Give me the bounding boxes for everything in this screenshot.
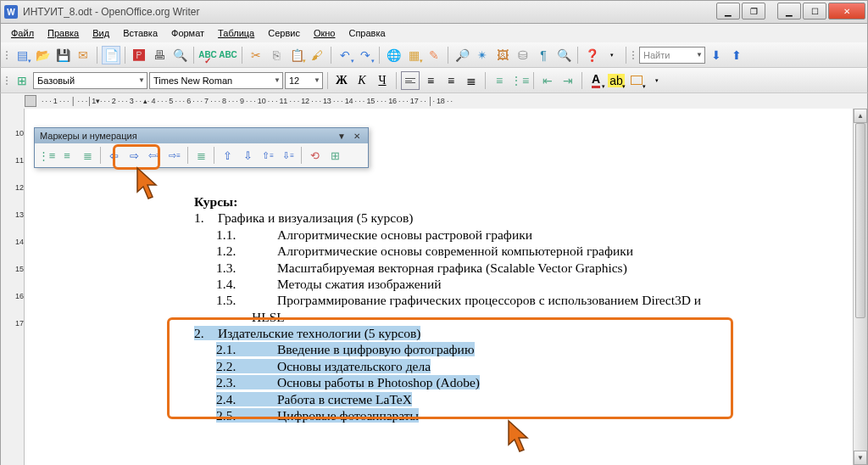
heading: Курсы: [194,193,701,210]
menubar: Файл Правка Вид Вставка Формат Таблица С… [0,24,868,42]
numbering-off-button[interactable]: ≣ [78,146,97,165]
toolbar-handle[interactable] [4,46,9,64]
insert-table-button[interactable]: ▦▾ [404,46,423,64]
autospell-button[interactable]: ABC [219,46,237,64]
align-center-button[interactable]: ≡ [421,71,440,90]
cut-button[interactable]: ✂ [247,46,265,64]
move-up-button[interactable]: ⇧ [218,146,236,165]
insert-unnumbered-button[interactable]: ≣ [192,146,210,165]
menu-file[interactable]: Файл [6,26,39,40]
move-down-subpoints-button[interactable]: ⇩≡ [279,146,298,165]
bullets-numbering-toolbar[interactable]: Маркеры и нумерация ▼ ✕ ⋮≡ ≡ ≣ ⇦ ⇨ ⇦≡ ⇨≡… [34,127,369,168]
standard-toolbar: ▤▾ 📂 💾 ✉ 📄 🅿 🖶 🔍 ABC✓ ABC ✂ ⎘ 📋▾ 🖌 ↶▾ ↷▾… [0,42,868,68]
titlebar: W ИНТУИТ_8.odt - OpenOffice.org Writer ▁… [0,0,868,24]
bullets-button[interactable]: ⋮≡ [510,71,529,90]
gallery-button[interactable]: 🖼 [493,46,512,64]
more-button[interactable]: ▾ [648,71,666,90]
print-button[interactable]: 🖶 [150,46,169,64]
minimize-button[interactable]: ▁ [777,3,801,20]
demote-subpoints-button[interactable]: ⇨≡ [165,146,184,165]
underline-button[interactable]: Ч [373,71,392,90]
zoom-button[interactable]: 🔍 [554,46,573,64]
nonprinting-button[interactable]: ¶ [534,46,553,64]
ruler-corner[interactable] [25,95,36,107]
ruler-scale: · · · 1 · · · │ · · ·│1▾· · · 2 · · · 3 … [42,97,867,105]
show-draw-button[interactable]: ✎ [425,46,443,64]
menu-view[interactable]: Вид [87,26,114,40]
scroll-down-button[interactable]: ▼ [854,451,867,465]
font-color-button[interactable]: A▾ [587,71,605,90]
paste-button[interactable]: 📋▾ [287,46,306,64]
demote-level-button[interactable]: ⇨ [125,146,143,165]
decrease-indent-button[interactable]: ⇤ [538,71,557,90]
copy-button[interactable]: ⎘ [267,46,286,64]
restore-inner-button[interactable]: ❐ [742,3,765,20]
help-button[interactable]: ❓ [582,46,601,64]
menu-help[interactable]: Справка [343,26,390,40]
menu-insert[interactable]: Вставка [118,26,163,40]
float-toolbar-title[interactable]: Маркеры и нумерация ▼ ✕ [35,128,368,143]
new-doc-button[interactable]: ▤▾ [13,46,31,64]
move-up-subpoints-button[interactable]: ⇧≡ [259,146,277,165]
minimize-inner-button[interactable]: ▁ [716,3,740,20]
export-pdf-button[interactable]: 🅿 [130,46,148,64]
bullets-dialog-button[interactable]: ⊞ [326,146,344,165]
align-justify-button[interactable]: ≣ [462,71,481,90]
document-content[interactable]: Курсы: 1.Графика и визуализация (5 курсо… [194,193,701,423]
find-replace-button[interactable]: 🔎 [453,46,471,64]
find-next-button[interactable]: ⬇ [707,46,726,64]
find-prev-button[interactable]: ⬆ [727,46,746,64]
increase-indent-button[interactable]: ⇥ [559,71,577,90]
save-button[interactable]: 💾 [53,46,72,64]
maximize-button[interactable]: ☐ [803,3,826,20]
spellcheck-button[interactable]: ABC✓ [198,46,217,64]
formatting-toolbar: ⊞ Базовый▼ Times New Roman▼ 12▼ Ж К Ч ≡ … [0,68,868,93]
edit-doc-button[interactable]: 📄 [102,46,120,64]
bullets-on-off-button[interactable]: ⋮≡ [37,146,56,165]
styles-button[interactable]: ⊞ [13,71,31,90]
move-down-button[interactable]: ⇩ [238,146,257,165]
numbering-on-off-button[interactable]: ≡ [58,146,76,165]
font-name-combo[interactable]: Times New Roman▼ [149,72,283,89]
scroll-thumb[interactable] [855,123,865,318]
bold-button[interactable]: Ж [332,71,351,90]
align-right-button[interactable]: ≡ [442,71,460,90]
menu-table[interactable]: Таблица [213,26,259,40]
mail-button[interactable]: ✉ [74,46,92,64]
menu-edit[interactable]: Правка [42,26,84,40]
format-paintbrush-button[interactable]: 🖌 [308,46,326,64]
vertical-scrollbar[interactable]: ▲ ▼ [853,109,867,465]
window-title: ИНТУИТ_8.odt - OpenOffice.org Writer [23,6,200,18]
hyperlink-button[interactable]: 🌐 [384,46,403,64]
find-input[interactable]: Найти▼ [639,47,705,64]
app-icon: W [4,5,18,19]
numbering-button[interactable]: ≡ [490,71,509,90]
bg-color-button[interactable]: ▾ [627,71,646,90]
whats-this-button[interactable]: ▾ [603,46,621,64]
font-size-combo[interactable]: 12▼ [285,72,323,89]
float-dropdown-button[interactable]: ▼ [336,130,348,142]
navigator-button[interactable]: ✴ [473,46,492,64]
toolbar-handle-3[interactable] [4,71,9,90]
datasources-button[interactable]: ⛁ [514,46,532,64]
preview-button[interactable]: 🔍 [170,46,189,64]
redo-button[interactable]: ↷▾ [356,46,375,64]
restart-numbering-button[interactable]: ⟲ [305,146,324,165]
promote-subpoints-button[interactable]: ⇦≡ [145,146,164,165]
float-close-button[interactable]: ✕ [351,130,363,142]
menu-tools[interactable]: Сервис [263,26,305,40]
scroll-up-button[interactable]: ▲ [854,109,867,123]
align-left-button[interactable] [401,71,420,90]
open-button[interactable]: 📂 [33,46,52,64]
italic-button[interactable]: К [353,71,371,90]
promote-level-button[interactable]: ⇦ [104,146,123,165]
vertical-ruler[interactable]: 1011121314151617 [1,109,25,465]
menu-format[interactable]: Формат [166,26,209,40]
toolbar-handle-2[interactable] [631,46,636,64]
paragraph-style-combo[interactable]: Базовый▼ [33,72,147,89]
menu-window[interactable]: Окно [309,26,341,40]
highlight-button[interactable]: ab▾ [607,71,626,90]
undo-button[interactable]: ↶▾ [336,46,354,64]
horizontal-ruler[interactable]: · · · 1 · · · │ · · ·│1▾· · · 2 · · · 3 … [0,93,868,109]
close-button[interactable]: ✕ [828,3,865,20]
